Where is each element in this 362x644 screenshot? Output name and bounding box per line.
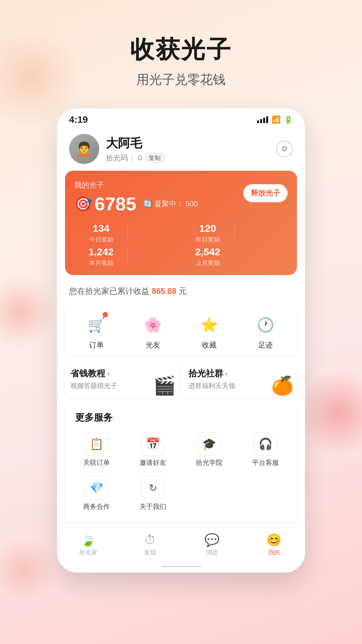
business-label: 商务合作 [83,502,110,511]
customer-icon: 🎧 [254,432,277,455]
action-history[interactable]: 🕐 足迹 [237,313,294,350]
header-section: 收获光子 用光子兑零花钱 [130,34,232,88]
header-subtitle: 用光子兑零花钱 [130,71,232,88]
friends-icon: 🌸 [144,317,162,333]
points-target-icon: 🎯 [74,196,92,212]
orders-label: 订单 [89,340,104,350]
pending-refresh-icon: 🔄 [143,200,152,208]
profile-name: 大阿毛 [106,135,164,152]
stat-month-val: 1,242 [74,246,128,258]
orders-icon: 🛒 [88,317,105,333]
bg-blob-middleleft [0,275,57,349]
about-label: 关于我们 [139,502,166,511]
bg-blob-bottomleft [0,537,57,604]
nav-discover[interactable]: ⏱ 发现 [130,533,170,556]
favorites-label: 收藏 [202,340,217,350]
avatar-image: 🧑‍🦱 [69,134,99,164]
business-icon: 💎 [85,476,108,499]
wifi-icon: 📶 [272,115,281,124]
stat-yesterday-label: 昨日奖励 [181,235,234,244]
more-services: 更多服务 📋 关联订单 📅 邀请好友 🎓 拾光学院 🎧 平台客服 💎 商务合作 [65,403,297,522]
copy-button[interactable]: 复制 [145,153,164,163]
history-label: 足迹 [258,340,273,350]
nav-home-label: 拾光家 [79,548,97,556]
pending-label: 凝聚中： [154,199,184,209]
points-number: 6785 [95,193,136,215]
nav-messages[interactable]: 💬 消息 [192,533,232,556]
points-pending: 🔄 凝聚中： 500 [143,199,198,209]
header-title: 收获光子 [130,34,232,66]
bottom-nav: 🍃 拾光家 ⏱ 发现 💬 消息 😊 我的 [57,527,305,566]
profile-info: 大阿毛 拾光码： 0 复制 [106,135,164,163]
nav-home-icon: 🍃 [80,533,96,547]
nav-discover-icon: ⏱ [144,533,156,547]
invite-friends-label: 邀请好友 [139,458,166,467]
stat-yesterday: 120 昨日奖励 [181,221,234,245]
settings-button[interactable]: ⚙ [276,141,293,157]
linked-orders-label: 关联订单 [83,458,110,467]
promo-tutorial-image: 🎬 [153,375,176,396]
promo-row: 省钱教程 › 视频答题得光子 🎬 拾光社群 › 进群福利天天领 🍊 [65,361,297,398]
promo-community-image: 🍊 [271,375,294,396]
promo-tutorial[interactable]: 省钱教程 › 视频答题得光子 🎬 [65,361,179,398]
academy-label: 拾光学院 [196,458,223,467]
stat-lastmonth-label: 上月奖励 [181,259,234,267]
service-about[interactable]: ↻ 关于我们 [125,473,181,514]
profile-left: 🧑‍🦱 大阿毛 拾光码： 0 复制 [69,134,164,164]
battery-icon: 🔋 [284,115,293,124]
customer-label: 平台客服 [252,458,279,467]
stat-lastmonth-val: 2,542 [181,246,234,258]
service-invite-friends[interactable]: 📅 邀请好友 [125,429,181,470]
stat-today: 134 今日奖励 [74,221,128,245]
action-orders[interactable]: 🛒 订单 [68,313,125,350]
favorites-icon-wrap: ⭐ [197,313,221,337]
service-linked-orders[interactable]: 📋 关联订单 [68,429,125,470]
points-value: 🎯 6785 [74,193,136,215]
signal-icon [257,116,268,123]
phone-mockup: 4:19 📶 🔋 🧑‍🦱 大阿毛 拾光码： 0 复制 [57,108,305,573]
earnings-suffix: 元 [179,286,187,296]
nav-mine-icon: 😊 [266,533,282,547]
about-icon: ↻ [141,476,165,499]
status-icons: 📶 🔋 [257,115,293,124]
profile-section: 🧑‍🦱 大阿毛 拾光码： 0 复制 ⚙ [57,128,305,171]
promo-tutorial-arrow: › [107,370,110,377]
history-icon-wrap: 🕐 [253,313,278,337]
nav-messages-icon: 💬 [204,533,220,547]
earnings-prefix: 您在拾光家已累计收益 [69,286,149,296]
nav-home[interactable]: 🍃 拾光家 [68,533,108,556]
action-favorites[interactable]: ⭐ 收藏 [181,313,237,350]
code-label: 拾光码： [106,153,135,163]
bg-blob-middleright [295,369,362,456]
service-business[interactable]: 💎 商务合作 [68,473,125,514]
promo-community[interactable]: 拾光社群 › 进群福利天天领 🍊 [183,361,297,398]
nav-mine-label: 我的 [268,548,280,556]
stat-lastmonth: 2,542 上月奖励 [181,245,234,268]
code-value: 0 [138,154,142,162]
stat-month: 1,242 本月奖励 [74,245,128,268]
profile-code: 拾光码： 0 复制 [106,153,164,163]
avatar: 🧑‍🦱 [69,134,99,164]
friends-icon-wrap: 🌸 [141,313,165,337]
status-time: 4:19 [69,114,88,125]
quick-actions: 🛒 订单 🌸 光友 ⭐ 收藏 🕐 足迹 [65,305,297,356]
nav-messages-label: 消息 [206,548,218,556]
more-services-title: 更多服务 [68,411,294,429]
nav-discover-label: 发现 [144,548,156,556]
points-card: 我的光子 🎯 6785 🔄 凝聚中： 500 释放光子 134 今日奖励 120… [65,171,297,275]
pending-value: 500 [186,200,198,208]
orders-badge [103,312,108,317]
status-bar: 4:19 📶 🔋 [57,108,305,128]
linked-orders-icon: 📋 [85,432,108,455]
service-customer[interactable]: 🎧 平台客服 [237,429,294,470]
release-button[interactable]: 释放光子 [243,184,288,202]
favorites-icon: ⭐ [200,317,218,333]
nav-mine[interactable]: 😊 我的 [254,533,294,556]
promo-community-arrow: › [225,370,228,377]
stat-today-label: 今日奖励 [74,235,128,244]
total-earnings: 您在拾光家已累计收益 865.08 元 [57,280,305,302]
service-academy[interactable]: 🎓 拾光学院 [181,429,237,470]
friends-label: 光友 [145,340,160,350]
stat-yesterday-val: 120 [181,223,234,234]
action-friends[interactable]: 🌸 光友 [125,313,181,350]
